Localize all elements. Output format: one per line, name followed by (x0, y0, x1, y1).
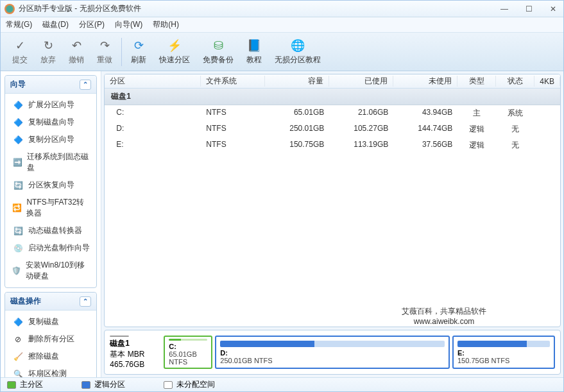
diskop-item[interactable]: 🔍坏扇区检测 (6, 365, 95, 377)
usage-bar (457, 341, 550, 347)
table-row[interactable]: E:NTFS150.75GB113.19GB37.56GB逻辑无 (105, 137, 560, 153)
wizard-item[interactable]: 🔁NTFS与FAT32转换器 (6, 194, 95, 222)
refresh-icon: ⟳ (131, 38, 146, 53)
wizard-panel-title: 向导 (10, 79, 26, 90)
partition-table: 分区 文件系统 容量 已使用 未使用 类型 状态 4KB 磁盘1 C:NTFS6… (104, 74, 561, 327)
col-partition[interactable]: 分区 (105, 76, 201, 87)
wizard-item-label: NTFS与FAT32转换器 (26, 197, 90, 219)
maximize-button[interactable]: ☐ (522, 4, 535, 13)
menu-general[interactable]: 常规(G) (6, 19, 32, 30)
wizard-item-label: 复制分区向导 (28, 134, 74, 145)
wizard-item-label: 启动光盘制作向导 (28, 243, 90, 253)
partition-c[interactable]: C: 65.01GB NTFS (164, 336, 212, 369)
wizard-icon: 🔷 (12, 135, 24, 145)
disk-icon (110, 336, 129, 337)
quick-partition-button[interactable]: ⚡快速分区 (153, 35, 196, 68)
wizard-item[interactable]: 🔷复制磁盘向导 (6, 114, 95, 131)
partition-e[interactable]: E: 150.75GB NTFS (452, 336, 555, 369)
table-header: 分区 文件系统 容量 已使用 未使用 类型 状态 4KB (105, 74, 560, 89)
col-filesystem[interactable]: 文件系统 (201, 76, 265, 87)
legend-bar: 主分区 逻辑分区 未分配空间 (1, 377, 563, 391)
toolbar: ✓提交 ↻放弃 ↶撤销 ↷重做 ⟳刷新 ⚡快速分区 ⛁免费备份 📘教程 🌐无损分… (1, 33, 563, 71)
wizard-item[interactable]: 🔷复制分区向导 (6, 131, 95, 148)
wizard-item[interactable]: 🔄分区恢复向导 (6, 176, 95, 194)
diskop-item-label: 坏扇区检测 (28, 368, 67, 377)
wizard-icon: 🔄 (12, 226, 24, 236)
wizard-item-label: 扩展分区向导 (28, 99, 74, 110)
wizard-item-label: 安装Win8/10到移动硬盘 (26, 260, 90, 282)
wizard-icon: 🔁 (12, 203, 22, 213)
collapse-icon[interactable]: ⌃ (80, 80, 91, 90)
wizard-icon: 🔷 (12, 100, 24, 110)
col-status[interactable]: 状态 (496, 76, 534, 87)
menubar: 常规(G) 磁盘(D) 分区(P) 向导(W) 帮助(H) (1, 17, 563, 33)
content-area: 分区 文件系统 容量 已使用 未使用 类型 状态 4KB 磁盘1 C:NTFS6… (101, 71, 563, 377)
menu-partition[interactable]: 分区(P) (79, 19, 105, 30)
sidebar: 向导⌃ 🔷扩展分区向导🔷复制磁盘向导🔷复制分区向导➡️迁移系统到固态磁盘🔄分区恢… (1, 71, 101, 377)
diskop-item[interactable]: 🔷复制磁盘 (6, 313, 95, 330)
wizard-item[interactable]: 💿启动光盘制作向导 (6, 239, 95, 257)
backup-button[interactable]: ⛁免费备份 (196, 35, 240, 68)
diskop-item[interactable]: ⊘删除所有分区 (6, 330, 95, 348)
col-4kb[interactable]: 4KB (534, 77, 560, 86)
app-icon (4, 4, 15, 14)
diskops-panel-title: 磁盘操作 (10, 296, 41, 307)
diskop-item-label: 擦除磁盘 (28, 351, 59, 362)
backup-icon: ⛁ (210, 38, 226, 53)
col-used[interactable]: 已使用 (329, 76, 393, 87)
legend-primary: 主分区 (7, 379, 43, 390)
table-row[interactable]: C:NTFS65.01GB21.06GB43.94GB主系统 (105, 105, 560, 121)
wizard-icon: 💿 (12, 243, 24, 253)
disk-info[interactable]: 磁盘1 基本 MBR 465.76GB (110, 336, 161, 369)
diskop-item[interactable]: 🧹擦除磁盘 (6, 348, 95, 365)
collapse-icon[interactable]: ⌃ (80, 296, 91, 307)
col-type[interactable]: 类型 (457, 76, 496, 87)
discard-icon: ↻ (40, 38, 56, 53)
check-icon: ✓ (12, 38, 28, 53)
undo-button[interactable]: ↶撤销 (62, 35, 90, 68)
menu-disk[interactable]: 磁盘(D) (42, 19, 69, 30)
wizard-item[interactable]: 🔷扩展分区向导 (6, 96, 95, 114)
col-free[interactable]: 未使用 (393, 76, 457, 87)
wizard-icon: 🛡️ (12, 266, 22, 276)
wizard-item[interactable]: 🛡️安装Win8/10到移动硬盘 (6, 257, 95, 285)
redo-icon: ↷ (97, 38, 112, 53)
disk-header[interactable]: 磁盘1 (105, 89, 560, 105)
diskop-icon: 🔷 (12, 317, 24, 327)
legend-unallocated: 未分配空间 (164, 379, 215, 390)
diskop-icon: 🧹 (12, 352, 24, 362)
diskop-icon: 🔍 (12, 369, 24, 378)
diskop-item-label: 复制磁盘 (28, 316, 59, 327)
discard-button[interactable]: ↻放弃 (34, 35, 62, 68)
legend-logical: 逻辑分区 (81, 379, 125, 390)
redo-button[interactable]: ↷重做 (90, 35, 119, 68)
diskop-item-label: 删除所有分区 (28, 334, 74, 345)
wizard-item[interactable]: ➡️迁移系统到固态磁盘 (6, 148, 95, 176)
wizard-item-label: 复制磁盘向导 (28, 117, 74, 128)
minimize-button[interactable]: — (498, 4, 511, 13)
wizard-item-label: 分区恢复向导 (28, 180, 74, 191)
partition-d[interactable]: D: 250.01GB NTFS (215, 336, 450, 369)
book-icon: 📘 (246, 38, 262, 53)
undo-icon: ↶ (69, 38, 84, 53)
wizard-icon: ➡️ (12, 157, 23, 167)
commit-button[interactable]: ✓提交 (6, 35, 34, 68)
diskops-panel: 磁盘操作⌃ 🔷复制磁盘⊘删除所有分区🧹擦除磁盘🔍坏扇区检测🔄转换到GPT磁盘🔧重… (4, 292, 97, 377)
wizard-icon: 🔄 (12, 180, 24, 191)
wizard-item-label: 迁移系统到固态磁盘 (27, 151, 90, 173)
close-button[interactable]: ✕ (547, 4, 560, 13)
window-title: 分区助手专业版 - 无损分区免费软件 (19, 3, 498, 14)
wizard-item-label: 动态磁盘转换器 (28, 225, 82, 236)
lossless-tutorial-button[interactable]: 🌐无损分区教程 (268, 35, 327, 68)
usage-bar (169, 339, 207, 341)
menu-wizard[interactable]: 向导(W) (115, 19, 142, 30)
menu-help[interactable]: 帮助(H) (153, 19, 179, 30)
refresh-button[interactable]: ⟳刷新 (124, 35, 153, 68)
wizard-item[interactable]: 🔄动态磁盘转换器 (6, 222, 95, 239)
table-row[interactable]: D:NTFS250.01GB105.27GB144.74GB逻辑无 (105, 121, 560, 137)
lightning-icon: ⚡ (167, 38, 182, 53)
tutorial-button[interactable]: 📘教程 (240, 35, 268, 68)
wizard-panel: 向导⌃ 🔷扩展分区向导🔷复制磁盘向导🔷复制分区向导➡️迁移系统到固态磁盘🔄分区恢… (4, 75, 97, 288)
col-capacity[interactable]: 容量 (265, 76, 329, 87)
toolbar-separator (121, 38, 122, 66)
